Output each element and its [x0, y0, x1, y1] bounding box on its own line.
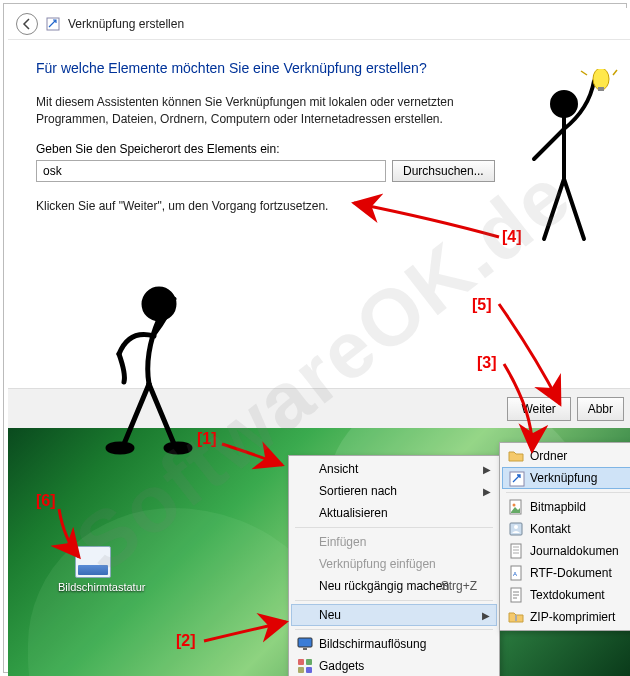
svg-line-27 — [534, 129, 564, 159]
desktop-shortcut-bildschirmtastatur[interactable]: Bildschirmtastatur — [58, 546, 128, 593]
svg-rect-2 — [303, 648, 307, 650]
new-submenu: Ordner Verknüpfung Bitmapbild Kontakt Jo… — [499, 442, 630, 631]
menu-separator — [295, 629, 493, 630]
svg-point-11 — [513, 504, 516, 507]
cancel-button[interactable]: Abbr — [577, 397, 624, 421]
wizard-header: Verknüpfung erstellen — [8, 8, 630, 40]
desktop-shortcut-label: Bildschirmtastatur — [58, 581, 145, 593]
menu-view[interactable]: Ansicht▶ — [291, 458, 497, 480]
svg-rect-24 — [515, 615, 517, 621]
back-button[interactable] — [16, 13, 38, 35]
svg-line-29 — [564, 179, 584, 239]
menu-new[interactable]: Neu▶ — [291, 604, 497, 626]
svg-point-25 — [552, 92, 576, 116]
stick-figure-idea — [509, 69, 619, 259]
location-input[interactable] — [36, 160, 386, 182]
annotation-2: [2] — [176, 632, 196, 650]
menu-undo-new[interactable]: Neu rückgängig machenStrg+Z — [291, 575, 497, 597]
continue-hint: Klicken Sie auf "Weiter", um den Vorgang… — [36, 198, 466, 215]
svg-line-28 — [544, 179, 564, 239]
shortcut-wizard-icon — [46, 17, 60, 31]
wizard-title: Verknüpfung erstellen — [68, 17, 184, 31]
onscreen-keyboard-icon — [75, 546, 111, 578]
stick-figure-thinking — [74, 274, 214, 474]
menu-paste: Einfügen — [291, 531, 497, 553]
wizard-intro-text: Mit diesem Assistenten können Sie Verknü… — [36, 94, 466, 128]
next-button[interactable]: Weiter — [507, 397, 571, 421]
svg-point-39 — [166, 444, 190, 452]
menu-paste-shortcut: Verknüpfung einfügen — [291, 553, 497, 575]
menu-screen-resolution[interactable]: Bildschirmauflösung — [291, 633, 497, 655]
svg-line-32 — [581, 71, 587, 75]
gadgets-icon — [297, 658, 313, 674]
shortcut-icon — [509, 471, 525, 487]
text-icon — [508, 587, 524, 603]
submenu-contact[interactable]: Kontakt — [502, 518, 630, 540]
menu-gadgets[interactable]: Gadgets — [291, 655, 497, 676]
contact-icon — [508, 521, 524, 537]
svg-rect-31 — [598, 87, 604, 91]
svg-point-13 — [514, 525, 518, 529]
desktop-context-menu: Ansicht▶ Sortieren nach▶ Aktualisieren E… — [288, 455, 500, 676]
submenu-rtf[interactable]: A RTF-Dokument — [502, 562, 630, 584]
zip-icon — [508, 609, 524, 625]
monitor-icon — [297, 636, 313, 652]
annotation-4: [4] — [502, 228, 522, 246]
svg-text:A: A — [513, 571, 517, 577]
svg-line-33 — [613, 70, 617, 75]
svg-line-36 — [124, 384, 149, 444]
menu-separator — [506, 492, 630, 493]
svg-rect-9 — [510, 472, 524, 486]
menu-sort[interactable]: Sortieren nach▶ — [291, 480, 497, 502]
svg-point-30 — [593, 69, 609, 90]
svg-rect-3 — [298, 659, 304, 665]
bitmap-icon — [508, 499, 524, 515]
submenu-zip[interactable]: ZIP-komprimiert — [502, 606, 630, 628]
svg-rect-4 — [306, 659, 312, 665]
rtf-icon: A — [508, 565, 524, 581]
svg-rect-5 — [298, 667, 304, 673]
browse-button[interactable]: Durchsuchen... — [392, 160, 495, 182]
svg-rect-14 — [511, 544, 521, 558]
annotation-1: [1] — [197, 430, 217, 448]
folder-icon — [508, 448, 524, 464]
menu-refresh[interactable]: Aktualisieren — [291, 502, 497, 524]
svg-line-37 — [149, 384, 174, 444]
submenu-text[interactable]: Textdokument — [502, 584, 630, 606]
submenu-shortcut[interactable]: Verknüpfung — [502, 467, 630, 489]
submenu-journal[interactable]: Journaldokumen — [502, 540, 630, 562]
annotation-5: [5] — [472, 296, 492, 314]
menu-separator — [295, 600, 493, 601]
annotation-6: [6] — [36, 492, 56, 510]
svg-rect-6 — [306, 667, 312, 673]
svg-point-38 — [108, 444, 132, 452]
svg-rect-1 — [298, 638, 312, 647]
submenu-folder[interactable]: Ordner — [502, 445, 630, 467]
menu-separator — [295, 527, 493, 528]
outer-frame: Verknüpfung erstellen Für welche Element… — [3, 3, 627, 673]
submenu-bitmap[interactable]: Bitmapbild — [502, 496, 630, 518]
annotation-3: [3] — [477, 354, 497, 372]
journal-icon — [508, 543, 524, 559]
